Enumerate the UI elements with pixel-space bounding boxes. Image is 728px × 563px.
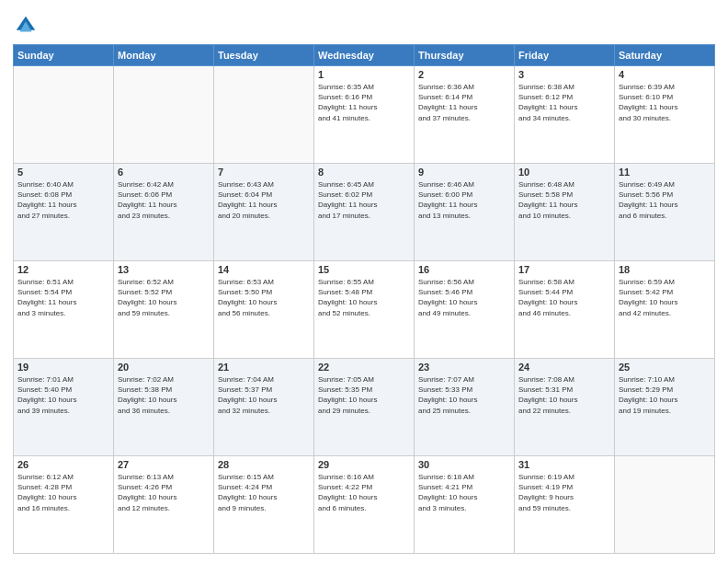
day-number: 9 [418, 167, 510, 178]
calendar-cell: 23Sunrise: 7:07 AM Sunset: 5:33 PM Dayli… [415, 359, 515, 456]
weekday-header-wednesday: Wednesday [314, 45, 415, 66]
day-info: Sunrise: 6:56 AM Sunset: 5:46 PM Dayligh… [418, 277, 510, 318]
calendar-cell: 26Sunrise: 6:12 AM Sunset: 4:28 PM Dayli… [14, 456, 114, 554]
day-number: 25 [619, 362, 711, 373]
weekday-header-row: SundayMondayTuesdayWednesdayThursdayFrid… [14, 45, 715, 66]
calendar-cell: 11Sunrise: 6:49 AM Sunset: 5:56 PM Dayli… [615, 164, 715, 261]
calendar-cell [114, 66, 214, 164]
day-info: Sunrise: 7:05 AM Sunset: 5:35 PM Dayligh… [318, 374, 410, 416]
day-info: Sunrise: 6:39 AM Sunset: 6:10 PM Dayligh… [619, 82, 711, 123]
calendar-cell: 31Sunrise: 6:19 AM Sunset: 4:19 PM Dayli… [515, 456, 615, 554]
calendar: SundayMondayTuesdayWednesdayThursdayFrid… [13, 44, 715, 554]
calendar-cell: 30Sunrise: 6:18 AM Sunset: 4:21 PM Dayli… [415, 456, 515, 554]
day-number: 6 [118, 167, 210, 178]
calendar-cell: 21Sunrise: 7:04 AM Sunset: 5:37 PM Dayli… [214, 359, 314, 456]
calendar-cell: 7Sunrise: 6:43 AM Sunset: 6:04 PM Daylig… [214, 164, 314, 261]
calendar-cell: 19Sunrise: 7:01 AM Sunset: 5:40 PM Dayli… [14, 359, 114, 456]
header [13, 9, 715, 39]
day-number: 23 [418, 362, 510, 373]
calendar-cell: 4Sunrise: 6:39 AM Sunset: 6:10 PM Daylig… [615, 66, 715, 164]
day-info: Sunrise: 6:36 AM Sunset: 6:14 PM Dayligh… [418, 82, 510, 123]
day-info: Sunrise: 6:51 AM Sunset: 5:54 PM Dayligh… [17, 277, 109, 318]
page: SundayMondayTuesdayWednesdayThursdayFrid… [0, 0, 728, 563]
day-info: Sunrise: 6:55 AM Sunset: 5:48 PM Dayligh… [318, 277, 410, 318]
day-number: 27 [118, 459, 210, 470]
calendar-cell: 5Sunrise: 6:40 AM Sunset: 6:08 PM Daylig… [14, 164, 114, 261]
day-number: 22 [318, 362, 410, 373]
calendar-cell: 3Sunrise: 6:38 AM Sunset: 6:12 PM Daylig… [515, 66, 615, 164]
day-number: 31 [518, 459, 610, 470]
day-info: Sunrise: 6:35 AM Sunset: 6:16 PM Dayligh… [318, 82, 410, 123]
calendar-cell: 9Sunrise: 6:46 AM Sunset: 6:00 PM Daylig… [415, 164, 515, 261]
weekday-header-tuesday: Tuesday [214, 45, 314, 66]
day-number: 5 [17, 167, 109, 178]
calendar-cell: 15Sunrise: 6:55 AM Sunset: 5:48 PM Dayli… [314, 261, 415, 359]
day-info: Sunrise: 7:08 AM Sunset: 5:31 PM Dayligh… [518, 374, 610, 416]
calendar-cell: 13Sunrise: 6:52 AM Sunset: 5:52 PM Dayli… [114, 261, 214, 359]
day-info: Sunrise: 6:13 AM Sunset: 4:26 PM Dayligh… [118, 472, 210, 513]
day-info: Sunrise: 6:49 AM Sunset: 5:56 PM Dayligh… [619, 179, 711, 221]
day-number: 4 [619, 69, 711, 80]
week-row-2: 5Sunrise: 6:40 AM Sunset: 6:08 PM Daylig… [14, 164, 715, 261]
calendar-cell: 2Sunrise: 6:36 AM Sunset: 6:14 PM Daylig… [415, 66, 515, 164]
day-number: 2 [418, 69, 510, 80]
day-number: 29 [318, 459, 410, 470]
logo [13, 13, 41, 39]
day-number: 8 [318, 167, 410, 178]
calendar-cell: 16Sunrise: 6:56 AM Sunset: 5:46 PM Dayli… [415, 261, 515, 359]
day-info: Sunrise: 6:48 AM Sunset: 5:58 PM Dayligh… [518, 179, 610, 221]
calendar-cell: 12Sunrise: 6:51 AM Sunset: 5:54 PM Dayli… [14, 261, 114, 359]
calendar-cell: 29Sunrise: 6:16 AM Sunset: 4:22 PM Dayli… [314, 456, 415, 554]
logo-icon [13, 13, 39, 39]
calendar-cell: 14Sunrise: 6:53 AM Sunset: 5:50 PM Dayli… [214, 261, 314, 359]
day-info: Sunrise: 6:18 AM Sunset: 4:21 PM Dayligh… [418, 472, 510, 513]
day-number: 21 [218, 362, 310, 373]
day-number: 16 [418, 264, 510, 275]
calendar-cell: 10Sunrise: 6:48 AM Sunset: 5:58 PM Dayli… [515, 164, 615, 261]
calendar-cell [214, 66, 314, 164]
day-info: Sunrise: 6:43 AM Sunset: 6:04 PM Dayligh… [218, 179, 310, 221]
day-number: 20 [118, 362, 210, 373]
day-info: Sunrise: 6:42 AM Sunset: 6:06 PM Dayligh… [118, 179, 210, 221]
week-row-5: 26Sunrise: 6:12 AM Sunset: 4:28 PM Dayli… [14, 456, 715, 554]
day-info: Sunrise: 6:53 AM Sunset: 5:50 PM Dayligh… [218, 277, 310, 318]
weekday-header-saturday: Saturday [615, 45, 715, 66]
day-info: Sunrise: 6:40 AM Sunset: 6:08 PM Dayligh… [17, 179, 109, 221]
day-info: Sunrise: 6:12 AM Sunset: 4:28 PM Dayligh… [17, 472, 109, 513]
weekday-header-monday: Monday [114, 45, 214, 66]
weekday-header-sunday: Sunday [14, 45, 114, 66]
weekday-header-thursday: Thursday [415, 45, 515, 66]
day-info: Sunrise: 7:04 AM Sunset: 5:37 PM Dayligh… [218, 374, 310, 416]
day-info: Sunrise: 6:15 AM Sunset: 4:24 PM Dayligh… [218, 472, 310, 513]
day-info: Sunrise: 7:10 AM Sunset: 5:29 PM Dayligh… [619, 374, 711, 416]
day-info: Sunrise: 6:45 AM Sunset: 6:02 PM Dayligh… [318, 179, 410, 221]
day-number: 28 [218, 459, 310, 470]
day-number: 26 [17, 459, 109, 470]
calendar-cell: 8Sunrise: 6:45 AM Sunset: 6:02 PM Daylig… [314, 164, 415, 261]
day-info: Sunrise: 6:46 AM Sunset: 6:00 PM Dayligh… [418, 179, 510, 221]
week-row-1: 1Sunrise: 6:35 AM Sunset: 6:16 PM Daylig… [14, 66, 715, 164]
day-info: Sunrise: 6:19 AM Sunset: 4:19 PM Dayligh… [518, 472, 610, 513]
day-number: 12 [17, 264, 109, 275]
calendar-cell [14, 66, 114, 164]
day-number: 10 [518, 167, 610, 178]
day-number: 11 [619, 167, 711, 178]
day-number: 19 [17, 362, 109, 373]
day-info: Sunrise: 6:16 AM Sunset: 4:22 PM Dayligh… [318, 472, 410, 513]
day-info: Sunrise: 6:59 AM Sunset: 5:42 PM Dayligh… [619, 277, 711, 318]
day-number: 7 [218, 167, 310, 178]
calendar-cell: 24Sunrise: 7:08 AM Sunset: 5:31 PM Dayli… [515, 359, 615, 456]
day-number: 3 [518, 69, 610, 80]
calendar-cell: 25Sunrise: 7:10 AM Sunset: 5:29 PM Dayli… [615, 359, 715, 456]
day-info: Sunrise: 6:58 AM Sunset: 5:44 PM Dayligh… [518, 277, 610, 318]
calendar-cell: 22Sunrise: 7:05 AM Sunset: 5:35 PM Dayli… [314, 359, 415, 456]
calendar-cell: 1Sunrise: 6:35 AM Sunset: 6:16 PM Daylig… [314, 66, 415, 164]
day-info: Sunrise: 6:38 AM Sunset: 6:12 PM Dayligh… [518, 82, 610, 123]
calendar-cell: 28Sunrise: 6:15 AM Sunset: 4:24 PM Dayli… [214, 456, 314, 554]
week-row-4: 19Sunrise: 7:01 AM Sunset: 5:40 PM Dayli… [14, 359, 715, 456]
day-number: 1 [318, 69, 410, 80]
calendar-cell: 6Sunrise: 6:42 AM Sunset: 6:06 PM Daylig… [114, 164, 214, 261]
day-info: Sunrise: 7:01 AM Sunset: 5:40 PM Dayligh… [17, 374, 109, 416]
day-number: 30 [418, 459, 510, 470]
day-number: 24 [518, 362, 610, 373]
